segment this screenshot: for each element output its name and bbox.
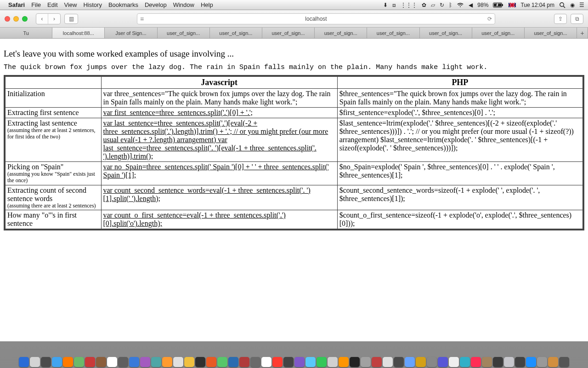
android-icon[interactable]: ✿ [422, 2, 426, 8]
dock-app[interactable] [85, 357, 95, 367]
menubar-app-name[interactable]: Safari [8, 1, 25, 8]
dock-app[interactable] [427, 357, 437, 367]
dock-app[interactable] [261, 357, 271, 367]
tab-item[interactable]: user_of_sign... [420, 28, 472, 38]
tab-item[interactable]: user_of_sign... [210, 28, 262, 38]
dock-app[interactable] [305, 357, 316, 367]
dock-app[interactable] [63, 357, 73, 367]
dock-app[interactable] [537, 357, 547, 367]
minimize-window-icon[interactable] [13, 16, 19, 22]
dock-app[interactable] [328, 357, 338, 367]
dock-app[interactable] [350, 357, 360, 367]
menu-bookmarks[interactable]: Bookmarks [108, 1, 138, 8]
siri-icon[interactable]: ◉ [570, 2, 575, 8]
airplay-icon[interactable]: ▱ [431, 2, 435, 8]
dock-app[interactable] [217, 357, 227, 367]
dock-app[interactable] [52, 357, 62, 367]
dropbox-icon[interactable]: ⧈ [392, 2, 396, 8]
dock-app[interactable] [548, 357, 558, 367]
dock-app[interactable] [416, 357, 426, 367]
share-button[interactable]: ⇪ [554, 14, 567, 24]
dock-app[interactable] [239, 357, 249, 367]
menu-help[interactable]: Help [201, 1, 213, 8]
dock-app[interactable] [317, 357, 327, 367]
menu-edit[interactable]: Edit [47, 1, 57, 8]
dock-app[interactable] [438, 357, 448, 367]
close-window-icon[interactable] [5, 16, 10, 22]
dock-app[interactable] [140, 357, 150, 367]
dock-app[interactable] [383, 357, 393, 367]
tab-item[interactable]: user_of_sign... [315, 28, 367, 38]
menu-develop[interactable]: Develop [145, 1, 167, 8]
reload-icon[interactable]: ⟳ [487, 16, 492, 22]
fullscreen-window-icon[interactable] [22, 16, 28, 22]
dock-app[interactable] [405, 357, 415, 367]
forward-button[interactable]: › [48, 14, 60, 24]
dock-app[interactable] [250, 357, 260, 367]
js-code-link[interactable]: var count_o_first_sentence=eval(-1 + thr… [103, 211, 286, 227]
tab-item[interactable]: user_of_sign... [158, 28, 210, 38]
tab-item[interactable]: Tu [0, 28, 52, 38]
dock-app[interactable] [96, 357, 106, 367]
dock-app[interactable] [504, 357, 514, 367]
tab-item[interactable]: localhost:88... [52, 28, 105, 38]
dock-app[interactable] [30, 357, 40, 367]
dock-app[interactable] [394, 357, 404, 367]
dock-app[interactable] [228, 357, 238, 367]
new-tab-button[interactable]: + [577, 28, 588, 38]
dock-app[interactable] [173, 357, 183, 367]
menubar-clock[interactable]: Tue 12:04 pm [520, 2, 554, 8]
dock-app[interactable] [339, 357, 349, 367]
flag-icon[interactable] [509, 3, 516, 7]
dock-app[interactable] [471, 357, 481, 367]
dock-app[interactable] [372, 357, 382, 367]
bluetooth-icon[interactable]: ᛒ [449, 2, 452, 8]
tab-item[interactable]: user_of_sign... [367, 28, 419, 38]
dock-app[interactable] [272, 357, 283, 367]
tabs-overview-button[interactable]: ⧉ [571, 14, 583, 24]
dock-app[interactable] [19, 357, 29, 367]
reader-view-icon[interactable]: ≡ [140, 15, 144, 23]
dock-app[interactable] [283, 357, 294, 367]
dock-app[interactable] [206, 357, 216, 367]
menu-window[interactable]: Window [173, 1, 194, 8]
wifi-icon[interactable] [457, 2, 464, 8]
dock-app[interactable] [41, 357, 51, 367]
dock-app[interactable] [74, 357, 84, 367]
menu-file[interactable]: File [31, 1, 41, 8]
battery-icon[interactable] [493, 2, 504, 8]
tab-item[interactable]: user_of_sign... [262, 28, 315, 38]
dock-app[interactable] [361, 357, 371, 367]
dock-app[interactable] [162, 357, 172, 367]
tab-item[interactable]: user_of_sign... [472, 28, 525, 38]
js-code-link[interactable]: var no_Spain=three_sentences.split(' Spa… [103, 163, 329, 179]
dock-app[interactable] [184, 357, 194, 367]
dock-app[interactable] [493, 357, 503, 367]
dock-app[interactable] [482, 357, 492, 367]
dock-app[interactable] [515, 357, 525, 367]
menu-history[interactable]: History [83, 1, 102, 8]
js-code-link[interactable]: var first_sentence=three_sentences.split… [103, 109, 253, 116]
tab-item[interactable]: user_of_sign... [525, 28, 577, 38]
dock-app[interactable] [195, 357, 205, 367]
url-bar[interactable]: ≡ localhost ⟳ [137, 13, 495, 24]
dock-app[interactable] [460, 357, 470, 367]
dock-app[interactable] [151, 357, 161, 367]
tab-item[interactable]: Jser of Sign... [105, 28, 157, 38]
dock-app[interactable] [294, 357, 305, 367]
grid-icon[interactable]: ⋮⋮⋮ [401, 2, 417, 8]
dock-app[interactable] [449, 357, 459, 367]
back-button[interactable]: ‹ [36, 14, 48, 24]
dock-app[interactable] [118, 357, 128, 367]
dock-app[interactable] [526, 357, 536, 367]
timemachine-icon[interactable]: ↻ [440, 2, 444, 8]
volume-icon[interactable]: ◀ [469, 2, 473, 8]
notification-center-icon[interactable]: ☰ [579, 2, 584, 8]
spotlight-icon[interactable] [559, 2, 565, 8]
dock-app[interactable] [129, 357, 139, 367]
js-code-link[interactable]: var count_second_sentence_words=eval(-1 … [103, 186, 311, 202]
dock-app[interactable] [107, 357, 117, 367]
menu-view[interactable]: View [64, 1, 77, 8]
dock-app[interactable] [559, 357, 569, 367]
sidebar-toggle-button[interactable]: ▥ [64, 14, 78, 24]
